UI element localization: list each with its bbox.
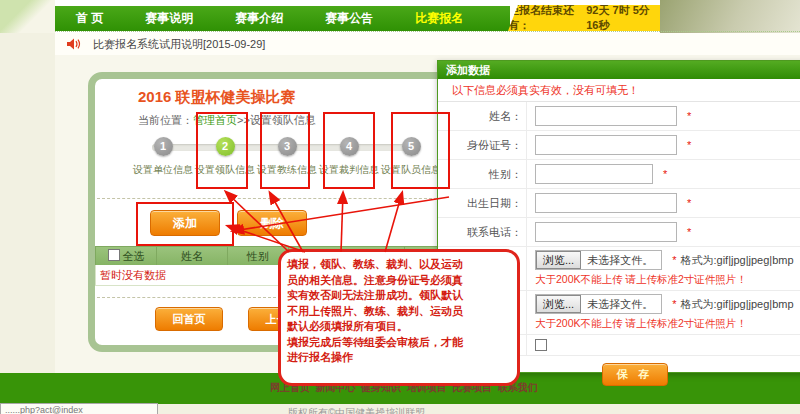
step-2-leader-info: 2 设置领队信息	[193, 137, 257, 177]
countdown-bar: 距报名结束还有： 92天 7时 5分 16秒	[508, 5, 660, 31]
step-4-label: 设置裁判信息	[317, 163, 381, 177]
annotation-box: 填报，领队、教练、裁判、以及运动 员的相关信息。注意身份证号必须真 实有效否则无…	[278, 249, 520, 386]
page-title: 2016 联盟杯健美操比赛	[138, 88, 296, 107]
photo-1-file-widget: 浏览... 未选择文件。	[535, 250, 662, 270]
back-home-button[interactable]: 回首页	[155, 307, 223, 331]
gender-input[interactable]	[535, 164, 653, 184]
countdown-label: 距报名结束还有：	[508, 3, 580, 33]
announcement-row: 比赛报名系统试用说明[2015-09-29]	[55, 33, 800, 55]
gender-label: 性别：	[438, 167, 526, 182]
nav-item-event-description[interactable]: 赛事说明	[124, 10, 214, 27]
breadcrumb: 当前位置：管理首页>>设置领队信息	[138, 113, 316, 128]
name-row: 姓名： *	[438, 102, 800, 131]
step-4-circle: 4	[340, 137, 359, 156]
header-divider	[55, 31, 800, 32]
main-nav: 首 页 赛事说明 赛事介绍 赛事公告 比赛报名	[55, 6, 510, 31]
select-all-label: 全选	[123, 250, 145, 262]
countdown-value: 92天 7时 5分 16秒	[586, 3, 660, 33]
photo-2-file-status: 未选择文件。	[581, 297, 661, 312]
name-label: 姓名：	[438, 109, 526, 124]
id-number-label: 身份证号：	[438, 138, 526, 153]
header-left-decoration	[0, 0, 55, 33]
birthdate-label: 出生日期：	[438, 196, 526, 211]
step-1-unit-info: 1 设置单位信息	[131, 137, 195, 177]
confirm-checkbox[interactable]	[535, 339, 547, 351]
name-header: 姓名	[157, 246, 228, 265]
step-5-athlete-info: 5 设置队员信息	[379, 137, 443, 177]
id-number-required: *	[687, 139, 691, 151]
step-5-label: 设置队员信息	[379, 163, 443, 177]
breadcrumb-admin-home-link[interactable]: 管理首页	[193, 114, 237, 126]
copyright-text: 版权所有©中国健美操培训联盟	[288, 406, 425, 414]
photo-1-hint: 大于200K不能上传 请上传标准2寸证件照片！	[535, 273, 747, 287]
modal-notice: 以下信息必须真实有效，没有可填无！	[438, 79, 800, 102]
breadcrumb-prefix: 当前位置：	[138, 114, 193, 126]
nav-item-event-announcement[interactable]: 赛事公告	[304, 10, 394, 27]
announcement-link[interactable]: 比赛报名系统试用说明[2015-09-29]	[93, 37, 265, 52]
id-number-input[interactable]	[535, 135, 677, 155]
photo-2-required: *	[672, 298, 676, 310]
birthdate-input[interactable]	[535, 193, 677, 213]
select-all-checkbox[interactable]	[108, 249, 120, 261]
step-1-circle: 1	[154, 137, 173, 156]
step-2-circle: 2	[216, 137, 235, 156]
dashed-divider-top	[97, 198, 437, 199]
name-input[interactable]	[535, 106, 677, 126]
breadcrumb-current: >>设置领队信息	[237, 114, 316, 126]
step-2-label: 设置领队信息	[193, 163, 257, 177]
phone-label: 联系电话：	[438, 225, 526, 240]
nav-item-home[interactable]: 首 页	[55, 10, 124, 27]
delete-button[interactable]: 删除	[237, 210, 307, 236]
gender-row: 性别： *	[438, 160, 800, 189]
step-3-circle: 3	[278, 137, 297, 156]
header-right-decoration	[660, 0, 800, 33]
gender-required: *	[663, 168, 667, 180]
photo-2-file-widget: 浏览... 未选择文件。	[535, 294, 662, 314]
speaker-icon	[67, 38, 81, 50]
photo-1-browse-button[interactable]: 浏览...	[536, 251, 581, 269]
phone-required: *	[687, 226, 691, 238]
step-1-label: 设置单位信息	[131, 163, 195, 177]
step-3-coach-info: 3 设置教练信息	[255, 137, 319, 177]
save-button[interactable]: 保 存	[602, 363, 668, 386]
birthdate-row: 出生日期： *	[438, 189, 800, 218]
modal-title: 添加数据	[438, 61, 800, 79]
browser-status-text: ......php?act@index	[0, 403, 158, 414]
phone-input[interactable]	[535, 222, 677, 242]
step-5-circle: 5	[402, 137, 421, 156]
photo-2-hint: 大于200K不能上传 请上传标准2寸证件照片！	[535, 317, 747, 331]
photo-2-browse-button[interactable]: 浏览...	[536, 295, 581, 313]
page-root: 首 页 赛事说明 赛事介绍 赛事公告 比赛报名 距报名结束还有： 92天 7时 …	[0, 0, 800, 414]
photo-1-format: 格式为:gif|jpg|jpeg|bmp	[680, 253, 793, 268]
nav-item-event-intro[interactable]: 赛事介绍	[214, 10, 304, 27]
photo-1-file-status: 未选择文件。	[581, 253, 661, 268]
id-number-row: 身份证号： *	[438, 131, 800, 160]
nav-item-registration[interactable]: 比赛报名	[394, 10, 484, 27]
photo-2-format: 格式为:gif|jpg|jpeg|bmp	[680, 297, 793, 312]
add-button[interactable]: 添加	[150, 210, 220, 236]
step-3-label: 设置教练信息	[255, 163, 319, 177]
step-4-referee-info: 4 设置裁判信息	[317, 137, 381, 177]
phone-row: 联系电话： *	[438, 218, 800, 247]
annotation-text: 填报，领队、教练、裁判、以及运动 员的相关信息。注意身份证号必须真 实有效否则无…	[287, 257, 515, 366]
photo-1-required: *	[672, 254, 676, 266]
name-required: *	[687, 110, 691, 122]
birthdate-required: *	[687, 197, 691, 209]
select-all-header: 全选	[95, 246, 157, 265]
